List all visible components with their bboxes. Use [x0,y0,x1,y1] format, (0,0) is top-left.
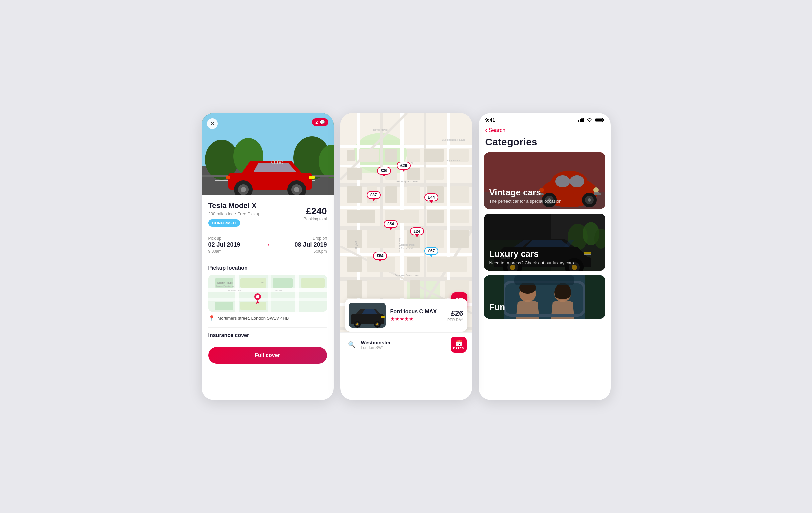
categories-page-title: Categories [479,134,611,152]
svg-rect-65 [385,149,397,162]
svg-rect-25 [208,298,327,301]
pin-price-44: £44 [424,193,438,201]
price-pin-67-blue[interactable]: £67 [424,247,438,255]
pickup-date: 02 Jul 2019 [208,241,260,249]
dropoff-block: Drop off 08 Jul 2019 5:00pm [275,236,327,254]
calendar-icon: 📅 [455,339,462,347]
svg-point-16 [294,187,299,192]
fun-bg: Fun [484,275,605,319]
notification-count: 2 [315,120,318,124]
pin-price-54: £54 [384,220,398,228]
signal-icon [578,118,585,122]
svg-rect-88 [347,256,362,272]
dropoff-time: 5:00pm [275,249,327,254]
svg-rect-67 [424,149,444,162]
svg-text:Serviced Apartments: Serviced Apartments [216,285,234,287]
insurance-button[interactable]: Full cover [208,347,327,364]
svg-rect-94 [410,280,420,298]
luxury-text: Luxury cars Need to impress? Check out o… [490,249,575,265]
svg-rect-71 [407,168,420,180]
back-navigation[interactable]: ‹ Search [479,125,611,134]
svg-text:Millbank: Millbank [275,289,283,291]
price-pin-44[interactable]: £44 [424,193,438,201]
svg-rect-63 [347,150,355,161]
car-title: Tesla Model X [208,201,261,210]
svg-rect-79 [347,210,375,223]
pin-price-37: £37 [367,191,381,199]
dropoff-date: 08 Jul 2019 [275,241,327,249]
vintage-text: Vintage cars The perfect car for a speci… [490,188,563,204]
pickup-label: Pick up [208,236,260,241]
car-price-block: £26 PER DAY [447,309,463,322]
vintage-bg: Vintage cars The perfect car for a speci… [484,152,605,209]
svg-rect-83 [347,230,362,248]
status-icons [578,118,604,122]
vintage-desc: The perfect car for a special occasion. [490,199,563,204]
car-price-unit: PER DAY [447,318,463,322]
svg-rect-91 [427,256,467,272]
svg-rect-26 [235,275,239,312]
fun-name: Fun [490,302,505,312]
dropoff-label: Drop off [275,236,327,241]
search-location: 🔍 Westminster London SW1 [346,339,391,351]
insurance-title: Insurance cover [208,332,327,338]
price-pin-26[interactable]: £26 [397,162,411,170]
car-preview-card[interactable]: Ford focus C-MAX ★★★★★ £26 PER DAY [345,298,467,332]
svg-rect-128 [578,120,579,122]
price-pin-37[interactable]: £37 [367,191,381,199]
svg-text:Grosvenor Rd: Grosvenor Rd [228,289,241,291]
price-label: Booking total [303,217,326,222]
luxury-bg: Luxury cars Need to impress? Check out o… [484,214,605,270]
pin-price-24: £24 [410,227,424,235]
svg-rect-133 [603,119,604,121]
svg-rect-134 [595,118,602,121]
svg-rect-17 [309,176,315,179]
svg-rect-130 [581,118,583,122]
screens-container: ✕ 2 💬 Tesla Model X 200 miles inc • Free… [202,113,611,400]
price-pin-36[interactable]: £36 [377,167,391,175]
svg-point-41 [256,295,259,298]
category-fun-card[interactable]: Fun [484,275,605,319]
car-subtitle: 200 miles inc • Free Pickup [208,211,261,217]
notification-badge: 2 💬 [312,118,328,126]
svg-text:Petty France: Petty France [447,159,460,162]
price-pin-54[interactable]: £54 [384,220,398,228]
title-row: Tesla Model X 200 miles inc • Free Picku… [208,201,327,226]
car-card-image [349,303,386,327]
svg-text:Royal Mews: Royal Mews [373,128,388,131]
location-row: 📍 Mortimers street, London SW1V 4HB [208,315,327,321]
svg-text:Hugh St: Hugh St [355,240,357,249]
svg-rect-129 [580,119,581,122]
category-vintage-card[interactable]: Vintage cars The perfect car for a speci… [484,152,605,209]
pin-price-64: £64 [373,252,387,260]
svg-text:Eccleston Square Hotel: Eccleston Square Hotel [395,274,419,277]
insurance-section: Insurance cover Full cover [208,327,327,364]
screen-2-map: Victoria St Buckingham Gate Hugh St Warw… [340,113,472,400]
price-pin-64[interactable]: £64 [373,252,387,260]
svg-rect-28 [295,275,299,312]
car-hero-image: ✕ 2 💬 [202,113,334,195]
category-luxury-card[interactable]: Luxury cars Need to impress? Check out o… [484,214,605,270]
back-arrow-icon: ‹ [486,126,488,134]
svg-text:Buckingham Gate: Buckingham Gate [396,180,418,183]
search-icon: 🔍 [346,339,357,351]
price-pin-24[interactable]: £24 [410,227,424,235]
svg-text:Dolphin House: Dolphin House [218,282,233,284]
bottom-search-bar: 🔍 Westminster London SW1 📅 DATES [340,332,472,357]
close-icon: ✕ [210,121,214,126]
svg-rect-64 [358,149,379,162]
dates-button[interactable]: 📅 DATES [451,337,467,353]
pickup-location-title: Pickup location [208,265,327,271]
svg-rect-82 [451,210,469,223]
close-button[interactable]: ✕ [207,118,218,129]
back-label: Search [489,127,506,133]
title-block: Tesla Model X 200 miles inc • Free Picku… [208,201,261,226]
svg-text:Buckingham Palace: Buckingham Palace [442,138,465,141]
pin-price-26: £26 [397,162,411,170]
svg-rect-31 [273,278,293,288]
pin-price-36: £36 [377,167,391,175]
svg-rect-66 [407,149,420,162]
svg-rect-84 [367,230,395,248]
svg-rect-131 [583,118,584,122]
svg-text:Loc: Loc [260,281,264,283]
